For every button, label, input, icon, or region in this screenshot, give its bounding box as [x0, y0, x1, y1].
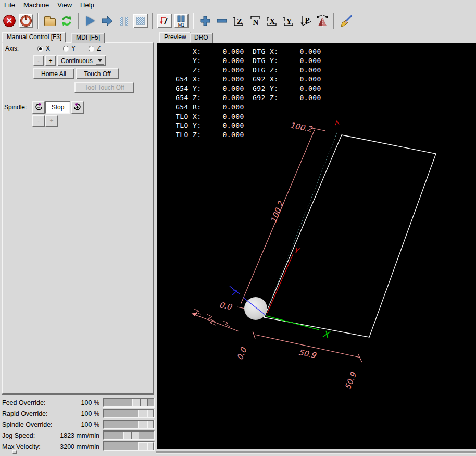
radio-indicator	[63, 46, 69, 52]
y-axis-letter: Y	[293, 245, 300, 256]
menu-file[interactable]: File	[0, 0, 19, 10]
run-button[interactable]	[83, 14, 98, 28]
open-folder-icon	[44, 18, 56, 26]
bottom-strip	[156, 451, 476, 454]
dim-label-y-extent-mid: 100.2	[269, 200, 286, 225]
dim-label-x-extent-mid: 50.9	[298, 348, 318, 360]
menu-machine[interactable]: Machine	[19, 0, 53, 10]
zoom-out-button[interactable]	[215, 14, 229, 28]
clear-plot-icon	[340, 14, 352, 28]
spindle-ccw-icon	[34, 103, 43, 112]
slider-handle[interactable]	[123, 432, 139, 439]
max-velocity-slider[interactable]	[103, 441, 155, 451]
view-z-rotated-icon: N	[249, 15, 261, 27]
jog-speed-slider[interactable]	[103, 430, 155, 440]
run-icon	[86, 16, 95, 26]
svg-text:N: N	[253, 18, 259, 27]
tab-mdi-label: MDI [F5]	[76, 34, 100, 41]
skip-lines-icon: /	[159, 15, 170, 27]
rapid-override-slider[interactable]	[103, 409, 155, 418]
radio-indicator	[89, 46, 94, 52]
svg-text:Z: Z	[237, 17, 242, 26]
pause-icon	[120, 17, 128, 26]
axis-radio-x[interactable]: X	[37, 45, 50, 52]
slider-handle[interactable]	[138, 421, 154, 428]
jog-increment-select[interactable]: Continuous	[57, 55, 106, 66]
tab-manual-control[interactable]: Manual Control [F3]	[2, 32, 66, 43]
max-velocity-label: Max Velocity:	[2, 443, 41, 450]
y-axis-line	[267, 254, 293, 313]
stop-button[interactable]	[133, 14, 148, 28]
view-perspective-icon: P	[299, 15, 311, 27]
svg-text:/: /	[164, 16, 168, 26]
preview-canvas[interactable]: X: 0.000 DTG X: 0.000 Y: 0.000 DTG Y: 0.…	[157, 43, 476, 449]
dim-label-x-zero: 0.0	[235, 346, 249, 361]
spindle-override-slider[interactable]	[103, 420, 155, 429]
limit-corner-marker	[335, 121, 339, 125]
override-sliders: Feed Override: 100 % Rapid Override: 100…	[0, 397, 156, 452]
view-y-button[interactable]: Y	[281, 14, 296, 28]
clear-plot-button[interactable]	[339, 14, 353, 28]
jog-minus-button[interactable]: -	[33, 55, 44, 66]
jog-plus-button[interactable]: +	[45, 55, 56, 66]
tab-preview-label: Preview	[164, 33, 186, 41]
pause-button[interactable]	[117, 14, 131, 28]
view-y-icon: Y	[282, 15, 295, 27]
spindle-override-row: Spindle Override: 100 %	[0, 419, 156, 430]
spindle-cw-button[interactable]	[71, 101, 84, 114]
slider-handle[interactable]	[138, 442, 154, 450]
feed-override-slider[interactable]	[103, 398, 155, 408]
spindle-ccw-button[interactable]	[32, 101, 45, 114]
axis-radio-y[interactable]: Y	[63, 45, 76, 52]
rapid-override-row: Rapid Override: 100 %	[0, 408, 156, 419]
feed-override-row: Feed Override: 100 %	[0, 397, 156, 408]
view-perspective-button[interactable]: P	[298, 14, 312, 28]
axis-radio-z[interactable]: Z	[89, 45, 101, 52]
optional-pause-button[interactable]: M1	[174, 14, 189, 28]
tab-dro-label: DRO	[194, 34, 208, 41]
step-icon	[101, 15, 114, 27]
toolbar-separator	[37, 13, 39, 29]
rapid-override-label: Rapid Override:	[2, 410, 48, 417]
tab-preview[interactable]: Preview	[159, 32, 191, 43]
menu-view[interactable]: View	[53, 0, 76, 10]
open-file-button[interactable]	[43, 14, 57, 28]
toolbar-separator	[78, 13, 79, 29]
max-velocity-row: Max Velocity: 3200 mm/min	[0, 441, 156, 452]
step-button[interactable]	[100, 14, 115, 28]
view-z-button[interactable]: Z	[231, 14, 246, 28]
dim-label-y-zero: 0.0	[219, 300, 233, 312]
rotate-view-button[interactable]	[315, 14, 329, 28]
pane-grip[interactable]	[12, 450, 17, 454]
radio-indicator	[37, 46, 43, 52]
jog-speed-value: 1823 mm/min	[60, 432, 99, 439]
spindle-label: Spindle:	[4, 104, 27, 111]
view-x-button[interactable]: X	[265, 14, 279, 28]
skip-lines-button[interactable]: /	[157, 14, 172, 28]
spindle-stop-button[interactable]: Stop	[45, 101, 70, 114]
estop-icon: ✕	[3, 15, 16, 27]
estop-button[interactable]: ✕	[2, 14, 17, 28]
menu-help[interactable]: Help	[76, 0, 98, 10]
slider-handle[interactable]	[132, 399, 148, 406]
home-all-button[interactable]: Home All	[33, 68, 74, 79]
spindle-cw-icon	[73, 103, 82, 112]
menubar: File Machine View Help	[0, 0, 476, 10]
touch-off-button[interactable]: Touch Off	[76, 68, 119, 79]
jog-increment-value: Continuous	[61, 57, 93, 65]
feed-override-label: Feed Override:	[2, 399, 45, 406]
svg-text:Y: Y	[286, 17, 292, 26]
reload-button[interactable]	[59, 14, 74, 28]
view-x-icon: X	[266, 15, 278, 27]
feed-override-value: 100 %	[81, 399, 99, 406]
svg-text:X: X	[270, 17, 275, 26]
slider-handle[interactable]	[138, 410, 154, 417]
toolbar-separator	[193, 13, 194, 29]
zoom-in-button[interactable]	[198, 14, 212, 28]
z-axis-letter: Z	[232, 289, 237, 297]
machine-power-button[interactable]	[19, 14, 33, 28]
tab-dro[interactable]: DRO	[190, 33, 213, 43]
svg-text:M1: M1	[178, 22, 185, 27]
view-z-rotated-button[interactable]: N	[248, 14, 262, 28]
tab-mdi[interactable]: MDI [F5]	[71, 33, 105, 43]
